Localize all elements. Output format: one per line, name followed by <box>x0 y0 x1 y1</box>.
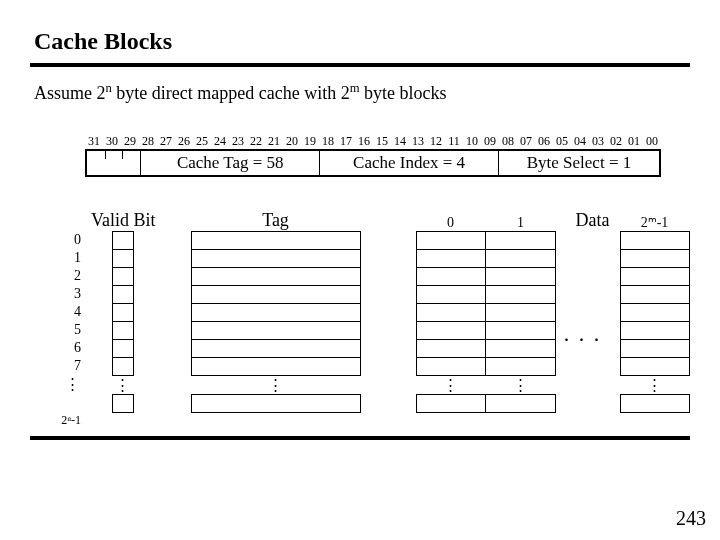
bit: 03 <box>589 134 607 149</box>
bit: 09 <box>481 134 499 149</box>
data-hdots: . . . <box>564 321 602 347</box>
bit: 27 <box>157 134 175 149</box>
bit: 16 <box>355 134 373 149</box>
bit: 00 <box>643 134 661 149</box>
valid-cells <box>112 231 134 376</box>
row-label: 6 <box>55 339 81 357</box>
bit: 07 <box>517 134 535 149</box>
bit: 05 <box>553 134 571 149</box>
col-data-0: 0 ⋮ <box>416 205 486 413</box>
datalast-cells <box>620 231 690 376</box>
valid-vdots: ⋮ <box>115 376 131 394</box>
address-fields-row: Cache Tag = 58 Cache Index = 4 Byte Sele… <box>85 149 661 177</box>
assumption-text: Assume 2n byte direct mapped cache with … <box>34 81 690 104</box>
dend-vdots: ⋮ <box>647 376 663 394</box>
col-data-last: 2ᵐ-1 ⋮ <box>620 205 690 413</box>
col-hdr-d0: 0 <box>447 205 454 231</box>
bit: 10 <box>463 134 481 149</box>
col-hdr-tag: Tag <box>262 205 289 231</box>
bit: 21 <box>265 134 283 149</box>
bit: 20 <box>283 134 301 149</box>
tag-cells <box>191 231 361 376</box>
bit: 18 <box>319 134 337 149</box>
bit: 29 <box>121 134 139 149</box>
page-number: 243 <box>676 507 706 530</box>
rule-top <box>30 63 690 67</box>
d0-vdots: ⋮ <box>443 376 459 394</box>
d1-vdots: ⋮ <box>513 376 529 394</box>
bit: 15 <box>373 134 391 149</box>
bit: 13 <box>409 134 427 149</box>
page-title: Cache Blocks <box>34 28 690 55</box>
bit: 12 <box>427 134 445 149</box>
col-hdr-valid: Valid Bit <box>91 205 156 231</box>
row-label: 7 <box>55 357 81 375</box>
bit: 31 <box>85 134 103 149</box>
bit: 25 <box>193 134 211 149</box>
bit: 26 <box>175 134 193 149</box>
bit: 19 <box>301 134 319 149</box>
field-blank <box>87 151 141 175</box>
bit: 23 <box>229 134 247 149</box>
row-label: 4 <box>55 303 81 321</box>
last-row-label: 2ⁿ-1 <box>55 413 81 428</box>
cache-array-diagram: 0 1 2 3 4 5 6 7 ⋮ Valid Bit ⋮ <box>55 205 690 413</box>
row-label: 0 <box>55 231 81 249</box>
bit: 22 <box>247 134 265 149</box>
col-data-1: 1 ⋮ <box>486 205 556 413</box>
row-label: 1 <box>55 249 81 267</box>
bit: 06 <box>535 134 553 149</box>
tag-vdots: ⋮ <box>268 376 284 394</box>
bit: 08 <box>499 134 517 149</box>
assume-exp-m: m <box>350 81 360 95</box>
col-tag: Tag ⋮ <box>191 205 361 413</box>
assume-post: byte blocks <box>360 83 447 103</box>
last-row: 2ⁿ-1 <box>55 413 690 428</box>
bit: 24 <box>211 134 229 149</box>
assume-mid: byte direct mapped cache with 2 <box>112 83 350 103</box>
col-valid: Valid Bit ⋮ <box>91 205 156 413</box>
bit: 28 <box>139 134 157 149</box>
col-hdr-d1: 1 <box>517 205 524 231</box>
bit: 04 <box>571 134 589 149</box>
row-label: 5 <box>55 321 81 339</box>
bit: 11 <box>445 134 463 149</box>
col-hdr-data: Data <box>576 205 610 231</box>
row-label: 3 <box>55 285 81 303</box>
col-hdr-dend: 2ᵐ-1 <box>641 205 669 231</box>
bit: 01 <box>625 134 643 149</box>
row-vdots: ⋮ <box>55 375 81 393</box>
data1-cells <box>486 231 556 376</box>
bit: 17 <box>337 134 355 149</box>
data0-cells <box>416 231 486 376</box>
row-labels: 0 1 2 3 4 5 6 7 ⋮ <box>55 231 81 393</box>
field-cache-tag: Cache Tag = 58 <box>141 151 320 175</box>
field-cache-index: Cache Index = 4 <box>320 151 499 175</box>
field-byte-select: Byte Select = 1 <box>499 151 659 175</box>
assume-pre: Assume 2 <box>34 83 106 103</box>
row-label: 2 <box>55 267 81 285</box>
bit: 14 <box>391 134 409 149</box>
bit: 02 <box>607 134 625 149</box>
rule-bottom <box>30 436 690 440</box>
bit: 30 <box>103 134 121 149</box>
bit-index-row: 31 30 29 28 27 26 25 24 23 22 21 20 19 1… <box>85 134 661 149</box>
